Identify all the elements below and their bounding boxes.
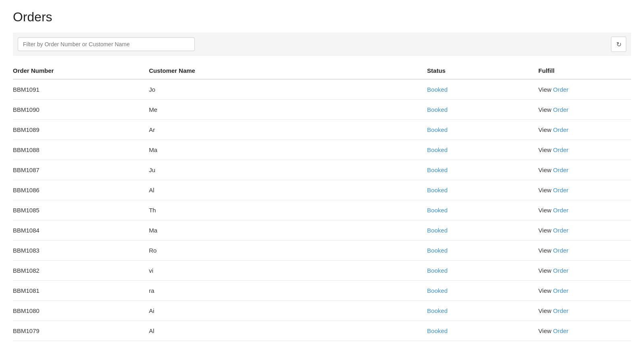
status-badge: Booked — [427, 327, 448, 334]
table-row: BBM1082viBookedView Order — [13, 261, 631, 281]
status-cell: Booked — [427, 321, 538, 341]
page-title: Orders — [13, 10, 631, 25]
table-row: BBM1088MaBookedView Order — [13, 140, 631, 160]
fulfill-cell[interactable]: View Order — [539, 220, 631, 241]
status-badge: Booked — [427, 86, 448, 93]
customer-name-cell: Al — [149, 321, 427, 341]
status-cell: Booked — [427, 220, 538, 241]
fulfill-view-text: View — [539, 167, 553, 173]
status-cell: Booked — [427, 160, 538, 180]
status-cell: Booked — [427, 301, 538, 321]
fulfill-order-link[interactable]: Order — [553, 126, 568, 133]
fulfill-order-link[interactable]: Order — [553, 86, 568, 93]
page-container: Orders ↻ Order Number Customer Name Stat… — [0, 0, 644, 351]
fulfill-cell[interactable]: View Order — [539, 180, 631, 200]
status-badge: Booked — [427, 207, 448, 214]
fulfill-order-link[interactable]: Order — [553, 287, 568, 294]
fulfill-order-link[interactable]: Order — [553, 267, 568, 274]
status-cell: Booked — [427, 140, 538, 160]
customer-name-cell: Ma — [149, 220, 427, 241]
table-row: BBM1079AlBookedView Order — [13, 321, 631, 341]
fulfill-cell[interactable]: View Order — [539, 301, 631, 321]
fulfill-view-text: View — [539, 287, 553, 294]
order-number-cell: BBM1081 — [13, 281, 149, 301]
customer-name-cell: Ma — [149, 140, 427, 160]
order-number-cell: BBM1079 — [13, 321, 149, 341]
fulfill-order-link[interactable]: Order — [553, 167, 568, 173]
orders-table: Order Number Customer Name Status Fulfil… — [13, 62, 631, 341]
table-row: BBM1089ArBookedView Order — [13, 120, 631, 140]
status-badge: Booked — [427, 146, 448, 153]
order-number-cell: BBM1082 — [13, 261, 149, 281]
status-cell: Booked — [427, 200, 538, 220]
status-cell: Booked — [427, 180, 538, 200]
refresh-button[interactable]: ↻ — [611, 37, 626, 52]
fulfill-view-text: View — [539, 126, 553, 133]
fulfill-cell[interactable]: View Order — [539, 79, 631, 100]
status-cell: Booked — [427, 241, 538, 261]
fulfill-cell[interactable]: View Order — [539, 120, 631, 140]
status-cell: Booked — [427, 281, 538, 301]
fulfill-view-text: View — [539, 247, 553, 254]
search-input[interactable] — [18, 37, 195, 51]
customer-name-cell: Ar — [149, 120, 427, 140]
table-row: BBM1085ThBookedView Order — [13, 200, 631, 220]
status-badge: Booked — [427, 227, 448, 234]
status-cell: Booked — [427, 100, 538, 120]
fulfill-view-text: View — [539, 207, 553, 214]
fulfill-cell[interactable]: View Order — [539, 241, 631, 261]
fulfill-order-link[interactable]: Order — [553, 247, 568, 254]
status-badge: Booked — [427, 106, 448, 113]
fulfill-view-text: View — [539, 86, 553, 93]
order-number-cell: BBM1088 — [13, 140, 149, 160]
fulfill-cell[interactable]: View Order — [539, 100, 631, 120]
table-row: BBM1080AiBookedView Order — [13, 301, 631, 321]
fulfill-view-text: View — [539, 227, 553, 234]
status-badge: Booked — [427, 187, 448, 193]
col-header-status: Status — [427, 62, 538, 79]
fulfill-order-link[interactable]: Order — [553, 207, 568, 214]
customer-name-cell: Ju — [149, 160, 427, 180]
order-number-cell: BBM1084 — [13, 220, 149, 241]
table-body: BBM1091JoBookedView OrderBBM1090MeBooked… — [13, 79, 631, 341]
fulfill-view-text: View — [539, 267, 553, 274]
table-row: BBM1091JoBookedView Order — [13, 79, 631, 100]
status-cell: Booked — [427, 79, 538, 100]
fulfill-order-link[interactable]: Order — [553, 327, 568, 334]
table-row: BBM1086AlBookedView Order — [13, 180, 631, 200]
fulfill-cell[interactable]: View Order — [539, 160, 631, 180]
order-number-cell: BBM1090 — [13, 100, 149, 120]
fulfill-cell[interactable]: View Order — [539, 140, 631, 160]
table-row: BBM1090MeBookedView Order — [13, 100, 631, 120]
customer-name-cell: Al — [149, 180, 427, 200]
status-cell: Booked — [427, 120, 538, 140]
refresh-icon: ↻ — [616, 41, 621, 48]
fulfill-order-link[interactable]: Order — [553, 106, 568, 113]
fulfill-order-link[interactable]: Order — [553, 187, 568, 193]
fulfill-cell[interactable]: View Order — [539, 321, 631, 341]
toolbar: ↻ — [13, 33, 631, 56]
customer-name-cell: Th — [149, 200, 427, 220]
fulfill-order-link[interactable]: Order — [553, 227, 568, 234]
fulfill-order-link[interactable]: Order — [553, 307, 568, 314]
order-number-cell: BBM1091 — [13, 79, 149, 100]
fulfill-cell[interactable]: View Order — [539, 200, 631, 220]
order-number-cell: BBM1089 — [13, 120, 149, 140]
customer-name-cell: Ro — [149, 241, 427, 261]
col-header-customer-name: Customer Name — [149, 62, 427, 79]
status-badge: Booked — [427, 287, 448, 294]
status-cell: Booked — [427, 261, 538, 281]
fulfill-cell[interactable]: View Order — [539, 261, 631, 281]
fulfill-view-text: View — [539, 307, 553, 314]
fulfill-cell[interactable]: View Order — [539, 281, 631, 301]
order-number-cell: BBM1085 — [13, 200, 149, 220]
table-row: BBM1087JuBookedView Order — [13, 160, 631, 180]
status-badge: Booked — [427, 267, 448, 274]
table-row: BBM1081raBookedView Order — [13, 281, 631, 301]
header-row: Order Number Customer Name Status Fulfil… — [13, 62, 631, 79]
fulfill-view-text: View — [539, 146, 553, 153]
status-badge: Booked — [427, 167, 448, 173]
customer-name-cell: Jo — [149, 79, 427, 100]
order-number-cell: BBM1087 — [13, 160, 149, 180]
fulfill-order-link[interactable]: Order — [553, 146, 568, 153]
